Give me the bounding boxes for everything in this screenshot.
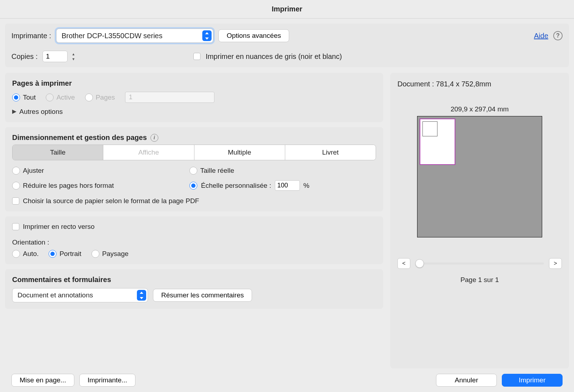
sizing-tabs: Taille Affiche Multiple Livret	[12, 145, 376, 160]
sizing-section: Dimensionnement et gestion des pages i T…	[5, 127, 383, 211]
pages-section: Pages à imprimer Tout Active Pages	[5, 73, 383, 122]
choose-source-checkbox[interactable]	[12, 197, 19, 205]
page-setup-button[interactable]: Mise en page...	[11, 374, 74, 387]
copies-stepper[interactable]: ▲ ▼	[70, 51, 76, 61]
preview-canvas	[417, 116, 542, 237]
actual-radio[interactable]	[189, 167, 197, 175]
preview-panel: Document : 781,4 x 752,8mm 209,9 x 297,0…	[390, 73, 569, 368]
copies-label: Copies :	[11, 52, 38, 61]
printer-setup-button[interactable]: Imprimante...	[79, 374, 135, 387]
preview-page-slider[interactable]	[415, 262, 544, 265]
custom-scale-label: Échelle personnalisée :	[201, 182, 271, 190]
dropdown-stepper-icon	[202, 30, 212, 41]
copies-input[interactable]	[43, 51, 68, 62]
printer-label: Imprimante :	[11, 32, 51, 40]
shrink-radio[interactable]	[12, 182, 20, 190]
pages-title: Pages à imprimer	[12, 79, 376, 87]
help-link[interactable]: Aide	[534, 32, 548, 40]
orientation-auto-radio[interactable]	[12, 250, 20, 258]
comments-section: Commentaires et formulaires Document et …	[5, 269, 383, 309]
actual-label: Taille réelle	[200, 167, 234, 175]
pages-more-label: Autres options	[19, 108, 63, 116]
shrink-label: Réduire les pages hors format	[23, 182, 114, 190]
pages-range-label: Pages	[96, 94, 115, 101]
pages-all-label: Tout	[23, 94, 36, 101]
info-icon[interactable]: i	[150, 134, 158, 142]
chevron-up-icon[interactable]: ▲	[70, 51, 76, 56]
window-title: Imprimer	[0, 0, 574, 19]
printer-select[interactable]: Brother DCP-L3550CDW series	[56, 29, 213, 43]
grayscale-label: Imprimer en nuances de gris (noir et bla…	[206, 52, 342, 61]
help-icon[interactable]: ?	[553, 31, 563, 40]
preview-document-size: Document : 781,4 x 752,8mm	[397, 80, 562, 88]
triangle-right-icon	[12, 110, 16, 114]
duplex-checkbox[interactable]	[12, 223, 19, 230]
comments-title: Commentaires et formulaires	[12, 276, 376, 284]
chevron-down-icon[interactable]: ▼	[70, 56, 76, 61]
preview-prev-button[interactable]: <	[397, 258, 410, 269]
orientation-landscape-label: Paysage	[102, 250, 129, 258]
preview-next-button[interactable]: >	[549, 258, 562, 269]
pages-range-radio[interactable]	[85, 94, 93, 101]
pages-active-radio	[46, 94, 54, 101]
pages-more-disclosure[interactable]: Autres options	[12, 108, 376, 116]
fit-label: Ajuster	[23, 167, 44, 175]
duplex-section: Imprimer en recto verso Orientation : Au…	[5, 216, 383, 264]
orientation-auto-label: Auto.	[23, 250, 39, 258]
print-button[interactable]: Imprimer	[502, 374, 563, 387]
custom-scale-input[interactable]	[275, 180, 300, 191]
preview-page-indicator: Page 1 sur 1	[397, 276, 562, 284]
comments-select[interactable]: Document et annotations	[12, 288, 148, 302]
choose-source-label: Choisir la source de papier selon le for…	[23, 197, 199, 205]
preview-paper-size: 209,9 x 297,04 mm	[397, 105, 562, 113]
slider-thumb[interactable]	[415, 259, 424, 268]
preview-current-page	[420, 119, 455, 165]
tab-multiple[interactable]: Multiple	[194, 145, 285, 160]
orientation-label: Orientation :	[12, 238, 376, 246]
fit-radio[interactable]	[12, 167, 20, 175]
printer-value: Brother DCP-L3550CDW series	[61, 32, 162, 40]
pages-range-input[interactable]	[125, 92, 214, 103]
printer-panel: Imprimante : Brother DCP-L3550CDW series…	[5, 24, 569, 67]
summarize-comments-button[interactable]: Résumer les commentaires	[153, 289, 252, 302]
custom-scale-radio[interactable]	[189, 182, 197, 190]
dropdown-stepper-icon	[137, 290, 146, 301]
percent-label: %	[303, 182, 310, 190]
tab-poster[interactable]: Affiche	[103, 145, 194, 160]
grayscale-checkbox[interactable]	[193, 53, 201, 60]
tab-size[interactable]: Taille	[13, 145, 103, 160]
tab-booklet[interactable]: Livret	[285, 145, 376, 160]
comments-select-value: Document et annotations	[18, 291, 93, 299]
pages-active-label: Active	[56, 94, 75, 101]
advanced-options-button[interactable]: Options avancées	[218, 29, 289, 42]
cancel-button[interactable]: Annuler	[436, 374, 497, 387]
pages-all-radio[interactable]	[12, 94, 20, 101]
orientation-portrait-radio[interactable]	[49, 250, 56, 258]
sizing-title: Dimensionnement et gestion des pages	[12, 134, 147, 142]
duplex-label: Imprimer en recto verso	[23, 223, 95, 231]
orientation-portrait-label: Portrait	[59, 250, 81, 258]
orientation-landscape-radio[interactable]	[91, 250, 99, 258]
